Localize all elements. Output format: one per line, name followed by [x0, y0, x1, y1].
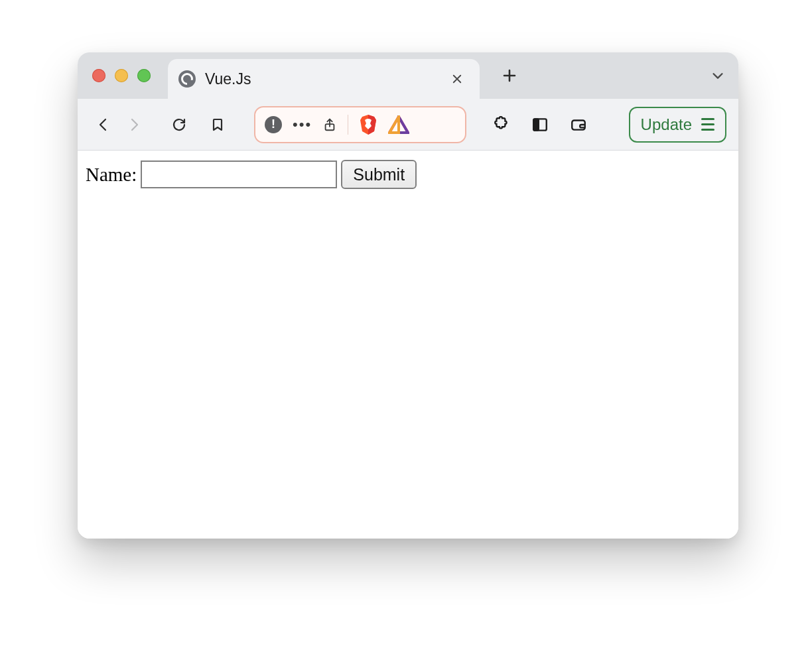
reload-button[interactable] [165, 111, 193, 139]
tab-title: Vue.Js [205, 70, 448, 88]
brave-shields-icon[interactable] [359, 114, 377, 135]
window-minimize-button[interactable] [115, 69, 128, 82]
name-input[interactable] [141, 161, 337, 188]
bookmark-button[interactable] [204, 111, 232, 139]
browser-tab[interactable]: Vue.Js [168, 59, 480, 99]
window-controls [92, 69, 151, 82]
browser-toolbar: ! ••• Update [78, 99, 738, 151]
forward-button[interactable] [120, 111, 148, 139]
window-maximize-button[interactable] [137, 69, 151, 82]
tabs-dropdown-button[interactable] [707, 64, 729, 87]
wallet-button[interactable] [565, 111, 592, 139]
sidebar-button[interactable] [526, 111, 554, 139]
page-content: Name: Submit [78, 151, 738, 539]
brave-rewards-icon[interactable] [388, 115, 409, 134]
hamburger-icon [701, 118, 714, 131]
tab-close-button[interactable] [448, 70, 466, 88]
tab-strip: Vue.Js [78, 52, 738, 99]
omnibox-separator [348, 115, 348, 135]
svg-rect-5 [533, 119, 539, 130]
update-button-label: Update [641, 115, 692, 134]
site-info-icon[interactable]: ! [265, 116, 282, 133]
browser-window: Vue.Js ! [78, 52, 738, 539]
submit-button[interactable]: Submit [341, 160, 417, 189]
back-button[interactable] [90, 111, 117, 139]
svg-marker-3 [389, 117, 399, 133]
new-tab-button[interactable] [500, 66, 519, 86]
share-icon[interactable] [322, 117, 337, 132]
svg-marker-2 [399, 117, 408, 133]
update-button[interactable]: Update [629, 107, 726, 143]
extensions-button[interactable] [488, 111, 515, 139]
window-close-button[interactable] [92, 69, 105, 82]
globe-icon [178, 70, 196, 88]
address-bar[interactable]: ! ••• [254, 106, 466, 143]
name-form: Name: Submit [86, 160, 730, 189]
name-label: Name: [86, 164, 137, 186]
omnibox-more-icon[interactable]: ••• [293, 116, 312, 133]
